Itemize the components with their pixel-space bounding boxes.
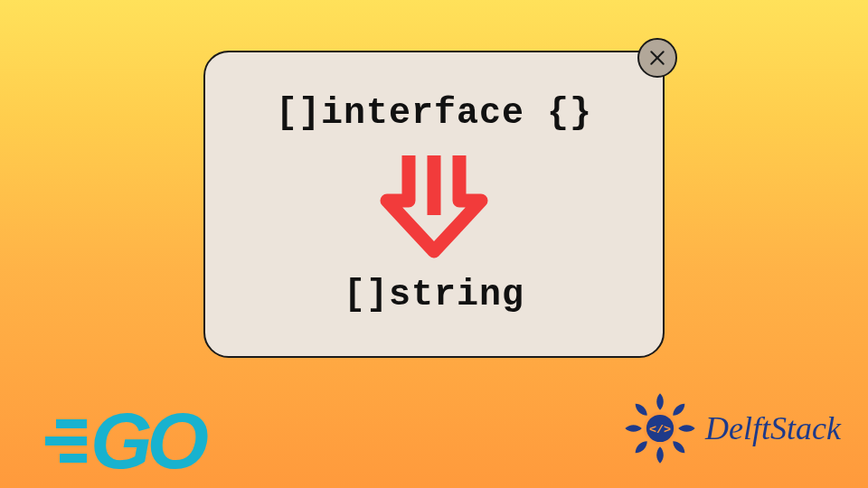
go-speed-lines-icon — [40, 419, 87, 463]
content-card: []interface {} []string — [203, 51, 665, 358]
delftstack-badge-icon: </> — [622, 390, 698, 466]
close-icon — [648, 49, 666, 67]
target-type-text: []string — [344, 275, 524, 315]
delftstack-logo-text: DelftStack — [705, 409, 841, 447]
go-logo-text: GO — [90, 401, 203, 481]
close-button[interactable] — [637, 38, 677, 78]
go-logo: GO — [40, 401, 203, 481]
down-arrow-icon — [371, 150, 497, 258]
svg-text:</>: </> — [649, 423, 671, 436]
source-type-text: []interface {} — [276, 93, 592, 134]
delftstack-logo: </> DelftStack — [622, 390, 841, 466]
